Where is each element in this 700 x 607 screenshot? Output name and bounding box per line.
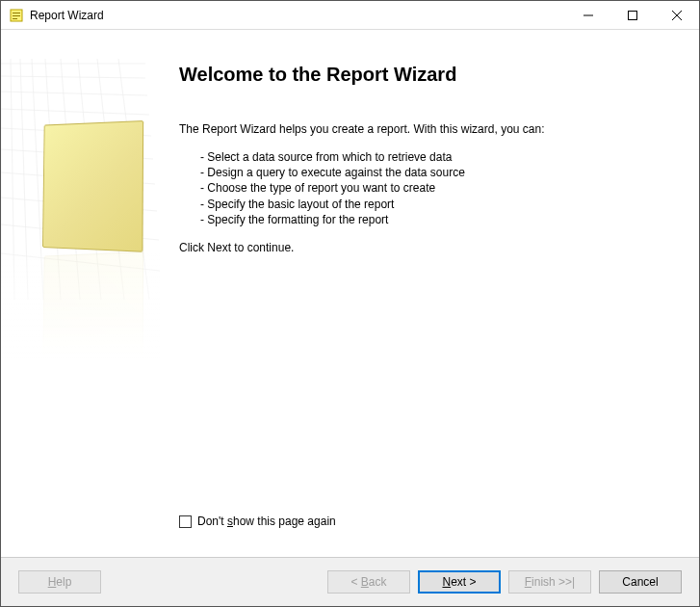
page-heading: Welcome to the Report Wizard	[179, 64, 670, 86]
feature-list: Select a data source from which to retri…	[200, 149, 670, 227]
window-title: Report Wizard	[30, 9, 566, 22]
list-item: Select a data source from which to retri…	[200, 149, 670, 165]
window-controls	[566, 1, 699, 29]
wizard-content: Welcome to the Report Wizard The Report …	[1, 30, 699, 558]
cancel-button[interactable]: Cancel	[599, 570, 682, 594]
maximize-button[interactable]	[610, 1, 655, 29]
dont-show-label: Don't show this page again	[197, 515, 336, 528]
wizard-sidebar-graphic	[1, 30, 160, 557]
report-wizard-window: Report Wizard	[0, 0, 700, 607]
next-button[interactable]: Next >	[418, 570, 501, 594]
svg-rect-3	[13, 18, 17, 19]
help-button[interactable]: Help	[18, 570, 101, 594]
list-item: Specify the formatting for the report	[200, 212, 670, 227]
wizard-footer: Help < Back Next > Finish >>| Cancel	[1, 558, 699, 606]
continue-text: Click Next to continue.	[179, 241, 670, 254]
svg-line-20	[1, 109, 149, 115]
wizard-main: Welcome to the Report Wizard The Report …	[160, 30, 699, 557]
titlebar: Report Wizard	[1, 1, 699, 30]
svg-rect-1	[13, 13, 20, 13]
app-icon	[9, 8, 24, 23]
dont-show-checkbox-row[interactable]: Don't show this page again	[179, 515, 336, 528]
finish-button[interactable]: Finish >>|	[508, 570, 591, 594]
list-item: Specify the basic layout of the report	[200, 197, 670, 212]
list-item: Choose the type of report you want to cr…	[200, 180, 670, 196]
minimize-button[interactable]	[566, 1, 610, 29]
document-icon	[42, 120, 143, 252]
close-button[interactable]	[655, 1, 699, 29]
list-item: Design a query to execute against the da…	[200, 165, 670, 180]
dont-show-checkbox[interactable]	[179, 515, 192, 528]
svg-rect-2	[13, 15, 20, 16]
intro-text: The Report Wizard helps you create a rep…	[179, 122, 670, 136]
svg-line-18	[1, 76, 145, 78]
svg-line-19	[1, 92, 147, 95]
svg-rect-5	[629, 11, 637, 19]
back-button[interactable]: < Back	[327, 570, 410, 594]
